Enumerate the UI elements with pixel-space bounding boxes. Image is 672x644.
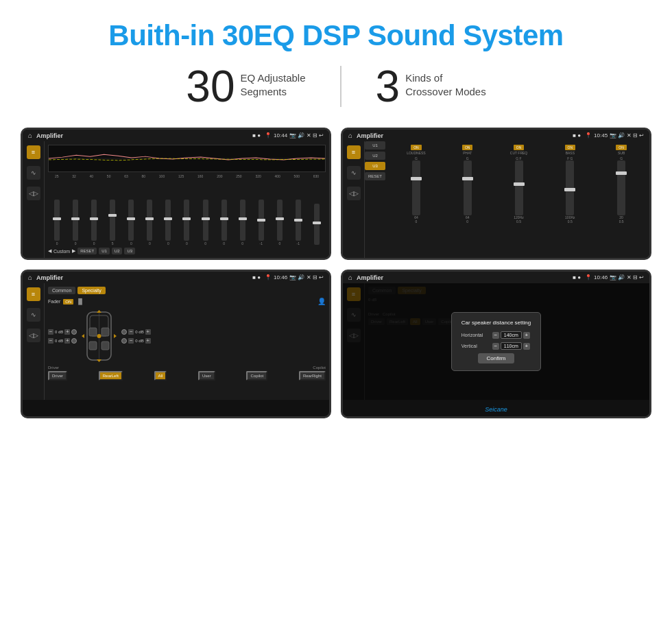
crossover-reset-button[interactable]: RESET bbox=[365, 172, 385, 180]
dialog-horizontal-plus[interactable]: + bbox=[523, 332, 530, 339]
eq-sidebar-eq-icon[interactable]: ≡ bbox=[27, 145, 40, 159]
crossover-home-icon: ⌂ bbox=[348, 132, 352, 139]
eq-reset-button[interactable]: RESET bbox=[77, 248, 97, 254]
crossover-loudness-toggle[interactable]: ON bbox=[411, 145, 422, 150]
left-db-controls: − 0 dB + − 0 dB + bbox=[48, 329, 77, 344]
right-rear-plus[interactable]: + bbox=[145, 338, 151, 344]
dialog-vertical-minus[interactable]: − bbox=[492, 343, 499, 350]
dialog-vertical-plus[interactable]: + bbox=[523, 343, 530, 350]
btn-rearright[interactable]: RearRight bbox=[299, 371, 326, 381]
specialty-sidebar-eq-icon[interactable]: ≡ bbox=[27, 287, 40, 301]
eq-bottom-controls: ◀ Custom ▶ RESET U1 U2 U3 bbox=[48, 248, 326, 254]
specialty-status-bar: ⌂ Amplifier ■ ● 📍 10:46 📷 🔊 ✕ ⊟ ↩ bbox=[23, 272, 329, 283]
crossover-title: Amplifier bbox=[357, 132, 568, 139]
svg-rect-3 bbox=[89, 328, 97, 336]
specialty-title: Amplifier bbox=[36, 274, 248, 281]
eq-u3-button[interactable]: U3 bbox=[124, 248, 135, 254]
eq-prev-icon[interactable]: ◀ bbox=[48, 248, 51, 254]
crossover-presets: U1 U2 U3 RESET bbox=[365, 141, 385, 258]
svg-rect-4 bbox=[101, 328, 109, 336]
crossover-bass-toggle[interactable]: ON bbox=[565, 145, 576, 150]
eq-u2-button[interactable]: U2 bbox=[112, 248, 123, 254]
crossover-sub-label: SUB bbox=[618, 151, 625, 155]
eq-u1-button[interactable]: U1 bbox=[99, 248, 110, 254]
right-front-minus[interactable]: − bbox=[128, 329, 134, 335]
specialty-tabs: Common Specialty bbox=[48, 287, 326, 294]
crossover-sidebar: ≡ ∿ ◁▷ bbox=[343, 141, 365, 258]
left-rear-db-value: 0 dB bbox=[55, 339, 63, 343]
eq-time: 10:44 bbox=[274, 132, 287, 139]
svg-marker-10 bbox=[82, 334, 84, 338]
specialty-status-icons: 📍 10:46 📷 🔊 ✕ ⊟ ↩ bbox=[265, 274, 324, 281]
tab-common[interactable]: Common bbox=[48, 287, 75, 294]
dialog-record: ■ ● bbox=[573, 274, 581, 281]
dialog-horizontal-row: Horizontal − 140cm + bbox=[461, 331, 531, 339]
crossover-u1-button[interactable]: U1 bbox=[365, 141, 385, 150]
crossover-cutfreq-slider[interactable] bbox=[515, 160, 523, 215]
crossover-bass-label: BASS bbox=[566, 151, 575, 155]
dialog-overlay: Car speaker distance setting Horizontal … bbox=[343, 283, 649, 400]
right-rear-speaker-dot bbox=[121, 338, 127, 344]
eq-sidebar-wave-icon[interactable]: ∿ bbox=[27, 166, 40, 180]
left-rear-plus[interactable]: + bbox=[64, 338, 70, 344]
eq-sidebar-speaker-icon[interactable]: ◁▷ bbox=[27, 187, 40, 200]
crossover-sub-slider[interactable] bbox=[617, 160, 625, 215]
specialty-bottom-labels: Driver Copilot bbox=[48, 366, 326, 370]
specialty-sidebar-wave-icon[interactable]: ∿ bbox=[27, 308, 40, 322]
crossover-sidebar-eq-icon[interactable]: ≡ bbox=[347, 145, 361, 159]
dialog-title-bar: Amplifier bbox=[357, 274, 568, 281]
eq-content: ≡ ∿ ◁▷ 2532405063 80100125160200 2503204… bbox=[23, 141, 329, 258]
btn-driver[interactable]: Driver bbox=[48, 371, 67, 381]
crossover-sub: ON SUB G 20 0.5 bbox=[597, 145, 646, 254]
crossover-sub-toggle[interactable]: ON bbox=[616, 145, 627, 150]
crossover-phat-slider[interactable] bbox=[464, 160, 472, 215]
crossover-loudness: ON LOUDNESS G 64 0 bbox=[392, 145, 441, 254]
tab-specialty[interactable]: Specialty bbox=[77, 287, 105, 294]
stat-eq-number: 30 bbox=[186, 64, 235, 108]
label-driver: Driver bbox=[48, 366, 59, 370]
crossover-cutfreq-toggle[interactable]: ON bbox=[514, 145, 525, 150]
watermark: Seicane bbox=[485, 406, 507, 413]
eq-graph bbox=[48, 145, 326, 172]
crossover-sidebar-speaker-icon[interactable]: ◁▷ bbox=[347, 187, 361, 200]
eq-status-icons: 📍 10:44 📷 🔊 ✕ ⊟ ↩ bbox=[265, 132, 324, 139]
dialog-content: ≡ ∿ ◁▷ Common Specialty 0 dB Driver Copi… bbox=[343, 283, 649, 400]
left-front-plus[interactable]: + bbox=[64, 329, 70, 335]
specialty-record: ■ ● bbox=[252, 274, 261, 281]
specialty-home-icon: ⌂ bbox=[28, 274, 32, 281]
confirm-button[interactable]: Confirm bbox=[478, 353, 514, 363]
specialty-screen: ⌂ Amplifier ■ ● 📍 10:46 📷 🔊 ✕ ⊟ ↩ ≡ ∿ ◁▷… bbox=[21, 270, 331, 418]
specialty-sidebar-speaker-icon[interactable]: ◁▷ bbox=[27, 329, 40, 342]
dialog-horizontal-label: Horizontal bbox=[461, 333, 489, 337]
btn-rearleft[interactable]: RearLeft bbox=[99, 371, 123, 381]
left-rear-minus[interactable]: − bbox=[48, 338, 53, 344]
left-rear-db-control: − 0 dB + bbox=[48, 338, 77, 344]
dialog-horizontal-minus[interactable]: − bbox=[492, 332, 499, 339]
crossover-phat-toggle[interactable]: ON bbox=[462, 145, 473, 150]
crossover-u3-button[interactable]: U3 bbox=[365, 162, 385, 170]
right-rear-minus[interactable]: − bbox=[128, 338, 134, 344]
speaker-layout: − 0 dB + − 0 dB + bbox=[48, 309, 326, 363]
right-front-plus[interactable]: + bbox=[145, 329, 151, 335]
crossover-sidebar-wave-icon[interactable]: ∿ bbox=[347, 166, 361, 180]
svg-marker-8 bbox=[97, 310, 101, 313]
crossover-bass-slider[interactable] bbox=[566, 160, 574, 215]
btn-all[interactable]: All bbox=[154, 371, 167, 381]
left-front-minus[interactable]: − bbox=[48, 329, 53, 335]
crossover-screen: ⌂ Amplifier ■ ● 📍 10:45 📷 🔊 ✕ ⊟ ↩ ≡ ∿ ◁▷… bbox=[341, 128, 651, 260]
crossover-u2-button[interactable]: U2 bbox=[365, 152, 385, 160]
crossover-loudness-slider[interactable] bbox=[412, 160, 420, 215]
crossover-cutfreq: ON CUT FREQ G F 120Hz 0.5 bbox=[494, 145, 544, 254]
eq-record-icon: ■ ● bbox=[252, 132, 261, 139]
eq-next-icon[interactable]: ▶ bbox=[72, 248, 75, 254]
stat-crossover: 3 Kinds ofCrossover Modes bbox=[376, 64, 486, 108]
specialty-sidebar: ≡ ∿ ◁▷ bbox=[23, 283, 45, 400]
watermark-bar: Seicane bbox=[343, 400, 649, 416]
btn-user[interactable]: User bbox=[198, 371, 215, 381]
car-diagram bbox=[80, 309, 118, 363]
stat-eq: 30 EQ AdjustableSegments bbox=[186, 64, 305, 108]
profile-icon: 👤 bbox=[317, 298, 326, 305]
btn-copilot[interactable]: Copilot bbox=[246, 371, 267, 381]
dialog-vertical-label: Vertical bbox=[461, 344, 489, 348]
crossover-cutfreq-label: CUT FREQ bbox=[510, 151, 527, 155]
